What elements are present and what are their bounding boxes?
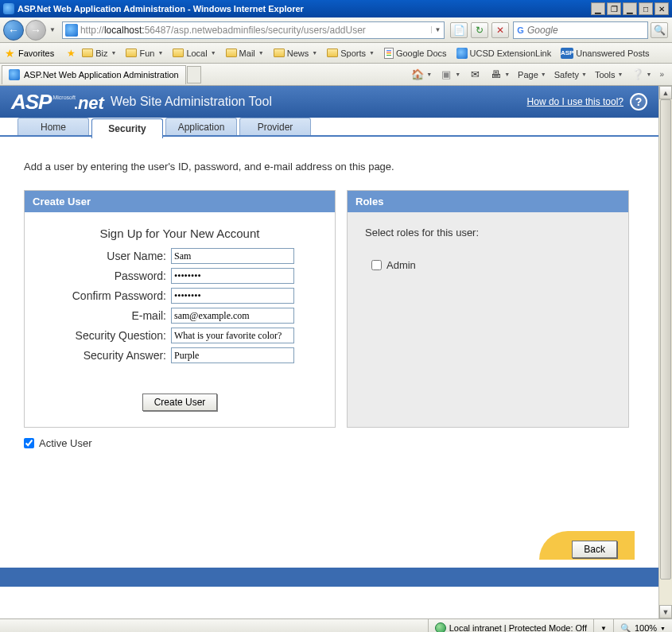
active-user-label: Active User xyxy=(39,437,91,449)
rss-icon: ▣ xyxy=(440,68,453,81)
window-titlebar: ASP.Net Web Application Administration -… xyxy=(0,0,672,17)
url-text[interactable]: http://localhost:56487/asp.netwebadminfi… xyxy=(80,25,431,36)
password-label: Password: xyxy=(36,269,171,282)
create-user-button[interactable]: Create User xyxy=(142,394,218,411)
google-icon: G xyxy=(516,24,525,37)
print-icon: 🖶 xyxy=(489,68,502,81)
security-zone[interactable]: Local intranet | Protected Mode: Off xyxy=(428,619,593,632)
window-close[interactable]: ✕ xyxy=(655,2,669,15)
role-admin-checkbox[interactable] xyxy=(371,260,382,270)
help-menu[interactable]: ❔▼ xyxy=(628,66,655,83)
scroll-thumb[interactable] xyxy=(660,99,671,580)
scroll-up-icon[interactable]: ▲ xyxy=(659,86,672,99)
aspnet-icon: ASP xyxy=(561,48,573,59)
security-answer-input[interactable] xyxy=(171,347,294,363)
fav-link-ucsd[interactable]: UCSD ExtensionLink xyxy=(453,46,555,60)
tab-application[interactable]: Application xyxy=(165,118,237,135)
role-admin-label: Admin xyxy=(386,259,416,271)
page-footer-bar xyxy=(0,568,658,587)
nav-history-dropdown[interactable]: ▼ xyxy=(48,26,57,33)
window-minimize-secondary[interactable]: ▁ xyxy=(591,2,605,15)
refresh-icon[interactable]: ↻ xyxy=(471,22,488,38)
username-input[interactable] xyxy=(171,248,294,264)
read-mail[interactable]: ✉ xyxy=(465,66,484,83)
new-tab-button[interactable] xyxy=(187,66,201,83)
help-question-icon[interactable]: ? xyxy=(630,93,647,111)
window-maximize[interactable]: □ xyxy=(639,2,653,15)
mail-icon: ✉ xyxy=(468,68,481,81)
fav-folder-mail[interactable]: Mail▼ xyxy=(223,47,267,60)
vertical-scrollbar[interactable]: ▲ ▼ xyxy=(658,86,672,618)
compat-view-icon[interactable]: 📄 xyxy=(450,22,468,38)
home-icon: 🏠 xyxy=(411,68,424,81)
fav-folder-news[interactable]: News▼ xyxy=(270,47,320,60)
scroll-track[interactable] xyxy=(659,99,672,605)
window-title: ASP.Net Web Application Administration -… xyxy=(17,4,591,14)
page-menu[interactable]: Page▼ xyxy=(515,68,550,82)
help-link[interactable]: How do I use this tool? xyxy=(527,96,623,107)
globe-icon xyxy=(435,622,446,632)
window-restore-secondary[interactable]: ❐ xyxy=(607,2,621,15)
help-icon: ❔ xyxy=(631,68,644,81)
window-minimize[interactable]: ▁ xyxy=(623,2,637,15)
folder-icon xyxy=(82,48,93,57)
security-question-input[interactable] xyxy=(171,328,294,343)
zoom-icon: 🔍 xyxy=(620,623,631,633)
favorites-bar: ★ Favorites ★ Biz▼ Fun▼ Local▼ Mail▼ New… xyxy=(0,43,672,64)
feeds-menu[interactable]: ▣▼ xyxy=(437,66,464,83)
page-content: ASPMicrosoft.net Web Site Administration… xyxy=(0,86,658,618)
print-menu[interactable]: 🖶▼ xyxy=(486,66,513,83)
fav-link-google-docs[interactable]: Google Docs xyxy=(381,46,450,60)
fav-folder-sports[interactable]: Sports▼ xyxy=(324,47,378,60)
roles-instruction: Select roles for this user: xyxy=(359,227,617,238)
folder-icon xyxy=(226,48,237,57)
safety-menu[interactable]: Safety▼ xyxy=(551,68,590,82)
email-input[interactable] xyxy=(171,308,294,324)
form-title: Sign Up for Your New Account xyxy=(36,227,324,240)
favorites-star-icon[interactable]: ★ xyxy=(5,47,15,60)
email-label: E-mail: xyxy=(36,309,171,322)
folder-icon xyxy=(173,48,184,57)
tab-security[interactable]: Security xyxy=(91,118,163,138)
back-button-page[interactable]: Back xyxy=(572,541,617,558)
instruction-text: Add a user by entering the user's ID, pa… xyxy=(24,161,635,173)
search-input[interactable] xyxy=(527,25,647,36)
fav-link-unanswered[interactable]: ASPUnanswered Posts xyxy=(557,46,652,60)
favorites-label[interactable]: Favorites xyxy=(18,48,54,58)
confirm-password-label: Confirm Password: xyxy=(36,289,171,302)
security-answer-label: Security Answer: xyxy=(36,349,171,362)
zoom-control[interactable]: 🔍 100% ▼ xyxy=(613,619,672,632)
folder-icon xyxy=(327,48,338,57)
address-dropdown[interactable]: ▼ xyxy=(431,26,444,33)
tab-title: ASP.Net Web Application Administration xyxy=(24,70,179,79)
status-bar: Local intranet | Protected Mode: Off ▼ 🔍… xyxy=(0,618,672,632)
tab-home[interactable]: Home xyxy=(17,118,89,135)
forward-button[interactable]: → xyxy=(25,20,46,41)
tab-provider[interactable]: Provider xyxy=(239,118,311,135)
security-question-label: Security Question: xyxy=(36,329,171,342)
ie-icon xyxy=(3,3,14,14)
roles-header: Roles xyxy=(348,191,628,212)
home-menu[interactable]: 🏠▼ xyxy=(408,66,435,83)
roles-panel: Roles Select roles for this user: Admin xyxy=(347,190,629,428)
toolbar-overflow[interactable]: » xyxy=(656,70,667,79)
status-dropdown[interactable]: ▼ xyxy=(593,619,613,632)
fav-folder-fun[interactable]: Fun▼ xyxy=(122,47,166,60)
back-button[interactable]: ← xyxy=(3,20,24,41)
fav-folder-biz[interactable]: Biz▼ xyxy=(79,47,119,60)
folder-icon xyxy=(274,48,285,57)
search-box[interactable]: G xyxy=(513,21,648,39)
confirm-password-input[interactable] xyxy=(171,288,294,304)
navigation-bar: ← → ▼ http://localhost:56487/asp.netweba… xyxy=(0,17,672,43)
scroll-down-icon[interactable]: ▼ xyxy=(659,605,672,618)
asp-banner: ASPMicrosoft.net Web Site Administration… xyxy=(0,86,658,118)
search-button[interactable]: 🔍 xyxy=(651,22,668,38)
active-user-checkbox[interactable] xyxy=(24,438,34,448)
stop-icon[interactable]: ✕ xyxy=(491,22,509,38)
address-bar[interactable]: http://localhost:56487/asp.netwebadminfi… xyxy=(62,21,445,39)
add-favorite-icon[interactable]: ★ xyxy=(67,48,76,59)
tools-menu[interactable]: Tools▼ xyxy=(592,68,627,82)
password-input[interactable] xyxy=(171,268,294,284)
browser-tab[interactable]: ASP.Net Web Application Administration xyxy=(2,65,186,84)
fav-folder-local[interactable]: Local▼ xyxy=(169,47,219,60)
